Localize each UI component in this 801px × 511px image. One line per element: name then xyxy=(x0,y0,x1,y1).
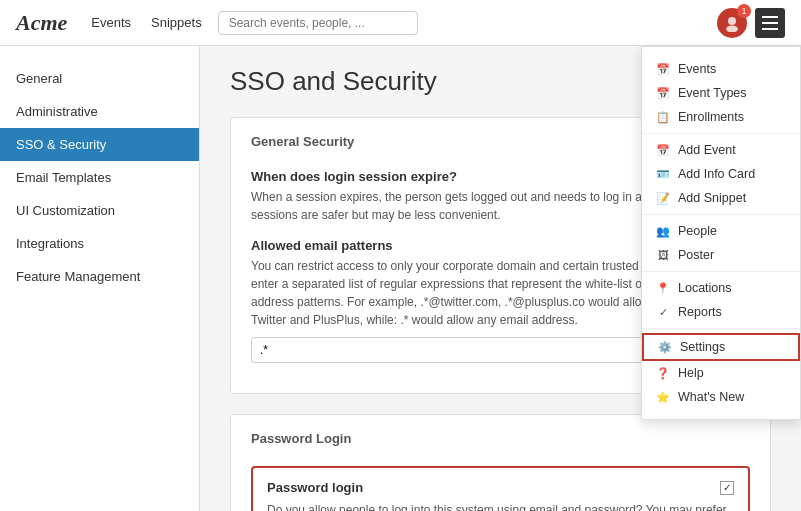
help-icon: ❓ xyxy=(656,366,670,380)
people-icon: 👥 xyxy=(656,224,670,238)
nav-events[interactable]: Events xyxy=(91,15,131,30)
calendar-small-icon: 📅 xyxy=(656,86,670,100)
dropdown-reports-label: Reports xyxy=(678,305,722,319)
dropdown-section-1: 📅 Events 📅 Event Types 📋 Enrollments xyxy=(642,53,800,134)
password-login-header: Password login ✓ xyxy=(267,480,734,495)
nav-right: 1 xyxy=(717,8,785,38)
sidebar-item-integrations[interactable]: Integrations xyxy=(0,227,199,260)
plus-calendar-icon: 📅 xyxy=(656,143,670,157)
dropdown-whats-new-label: What's New xyxy=(678,390,744,404)
avatar-container: 1 xyxy=(717,8,747,38)
dropdown-add-info-card-label: Add Info Card xyxy=(678,167,755,181)
dropdown-section-5: ⚙️ Settings ❓ Help ⭐ What's New xyxy=(642,329,800,413)
nav-links: Events Snippets xyxy=(91,15,201,30)
password-login-box: Password login ✓ Do you allow people to … xyxy=(251,466,750,511)
dropdown-people-label: People xyxy=(678,224,717,238)
sidebar-item-feature-management[interactable]: Feature Management xyxy=(0,260,199,293)
password-login-checkbox[interactable]: ✓ xyxy=(720,481,734,495)
calendar-icon: 📅 xyxy=(656,62,670,76)
dropdown-section-2: 📅 Add Event 🪪 Add Info Card 📝 Add Snippe… xyxy=(642,134,800,215)
dropdown-section-4: 📍 Locations ✓ Reports xyxy=(642,272,800,329)
top-nav: Acme Events Snippets 1 📅 Events xyxy=(0,0,801,46)
dropdown-poster[interactable]: 🖼 Poster xyxy=(642,243,800,267)
dropdown-help-label: Help xyxy=(678,366,704,380)
dropdown-help[interactable]: ❓ Help xyxy=(642,361,800,385)
dropdown-events[interactable]: 📅 Events xyxy=(642,57,800,81)
gear-icon: ⚙️ xyxy=(658,340,672,354)
dropdown-add-info-card[interactable]: 🪪 Add Info Card xyxy=(642,162,800,186)
reports-icon: ✓ xyxy=(656,305,670,319)
sidebar-item-email-templates[interactable]: Email Templates xyxy=(0,161,199,194)
dropdown-add-snippet-label: Add Snippet xyxy=(678,191,746,205)
dropdown-locations[interactable]: 📍 Locations xyxy=(642,276,800,300)
password-login-card: Password Login Password login ✓ Do you a… xyxy=(230,414,771,511)
sidebar: General Administrative SSO & Security Em… xyxy=(0,46,200,511)
dropdown-event-types-label: Event Types xyxy=(678,86,747,100)
password-login-desc: Do you allow people to log into this sys… xyxy=(267,501,734,511)
dropdown-locations-label: Locations xyxy=(678,281,732,295)
dropdown-enrollments[interactable]: 📋 Enrollments xyxy=(642,105,800,129)
dropdown-section-3: 👥 People 🖼 Poster xyxy=(642,215,800,272)
password-login-title: Password login xyxy=(267,480,363,495)
notification-badge: 1 xyxy=(737,4,751,18)
logo: Acme xyxy=(16,10,67,36)
search-input[interactable] xyxy=(218,11,418,35)
star-icon: ⭐ xyxy=(656,390,670,404)
dropdown-settings[interactable]: ⚙️ Settings xyxy=(642,333,800,361)
dropdown-people[interactable]: 👥 People xyxy=(642,219,800,243)
list-icon: 📋 xyxy=(656,110,670,124)
poster-icon: 🖼 xyxy=(656,248,670,262)
sidebar-item-ui-customization[interactable]: UI Customization xyxy=(0,194,199,227)
svg-point-1 xyxy=(726,25,738,32)
dropdown-add-event[interactable]: 📅 Add Event xyxy=(642,138,800,162)
dropdown-settings-label: Settings xyxy=(680,340,725,354)
dropdown-poster-label: Poster xyxy=(678,248,714,262)
plus-snippet-icon: 📝 xyxy=(656,191,670,205)
hamburger-button[interactable] xyxy=(755,8,785,38)
dropdown-add-snippet[interactable]: 📝 Add Snippet xyxy=(642,186,800,210)
nav-snippets[interactable]: Snippets xyxy=(151,15,202,30)
dropdown-events-label: Events xyxy=(678,62,716,76)
svg-point-0 xyxy=(728,17,736,25)
dropdown-menu: 📅 Events 📅 Event Types 📋 Enrollments 📅 A… xyxy=(641,46,801,420)
location-icon: 📍 xyxy=(656,281,670,295)
plus-card-icon: 🪪 xyxy=(656,167,670,181)
password-login-section-title: Password Login xyxy=(251,431,750,452)
dropdown-add-event-label: Add Event xyxy=(678,143,736,157)
sidebar-item-general[interactable]: General xyxy=(0,62,199,95)
dropdown-reports[interactable]: ✓ Reports xyxy=(642,300,800,324)
dropdown-event-types[interactable]: 📅 Event Types xyxy=(642,81,800,105)
dropdown-whats-new[interactable]: ⭐ What's New xyxy=(642,385,800,409)
sidebar-item-sso-security[interactable]: SSO & Security xyxy=(0,128,199,161)
sidebar-item-administrative[interactable]: Administrative xyxy=(0,95,199,128)
dropdown-enrollments-label: Enrollments xyxy=(678,110,744,124)
